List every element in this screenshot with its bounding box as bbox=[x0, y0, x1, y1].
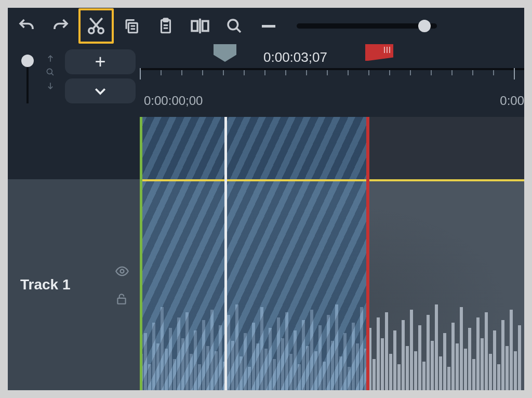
audio-level-line[interactable] bbox=[140, 179, 524, 181]
svg-rect-85 bbox=[418, 325, 421, 390]
svg-rect-82 bbox=[406, 346, 409, 390]
svg-rect-88 bbox=[431, 341, 434, 390]
ruler-row: + 0:00:03;07 bbox=[8, 44, 524, 117]
svg-rect-75 bbox=[377, 317, 380, 390]
svg-rect-86 bbox=[422, 362, 425, 390]
marker-red-line[interactable] bbox=[366, 117, 369, 390]
playhead-timecode: 0:00:03;07 bbox=[263, 49, 327, 65]
svg-rect-93 bbox=[451, 323, 455, 390]
svg-rect-105 bbox=[501, 320, 504, 390]
svg-rect-78 bbox=[389, 354, 392, 390]
zoom-slider[interactable] bbox=[297, 23, 437, 29]
svg-rect-80 bbox=[397, 364, 401, 390]
svg-rect-9 bbox=[192, 21, 197, 31]
svg-rect-84 bbox=[414, 351, 417, 390]
svg-rect-106 bbox=[506, 346, 509, 390]
svg-rect-97 bbox=[468, 328, 471, 390]
svg-rect-17 bbox=[117, 298, 125, 304]
marker-red[interactable] bbox=[365, 44, 393, 61]
zoom-slider-thumb[interactable] bbox=[418, 20, 431, 32]
magnify-icon bbox=[45, 67, 56, 77]
visibility-icon[interactable] bbox=[115, 264, 129, 278]
timeline-editor: + 0:00:03;07 bbox=[8, 8, 524, 390]
undo-button[interactable] bbox=[10, 11, 43, 41]
svg-rect-109 bbox=[518, 325, 521, 390]
toolbar bbox=[8, 8, 524, 44]
vertical-zoom-thumb[interactable] bbox=[21, 55, 34, 67]
svg-rect-99 bbox=[476, 317, 480, 390]
chevron-down-icon bbox=[92, 83, 108, 99]
paste-button[interactable] bbox=[149, 11, 182, 41]
svg-rect-101 bbox=[485, 312, 488, 390]
selection-region[interactable] bbox=[140, 117, 368, 390]
svg-point-16 bbox=[121, 270, 124, 273]
vertical-zoom-slider[interactable] bbox=[26, 67, 29, 103]
svg-rect-108 bbox=[514, 351, 517, 390]
svg-point-12 bbox=[228, 20, 238, 30]
svg-rect-81 bbox=[402, 320, 405, 390]
svg-rect-100 bbox=[481, 338, 484, 390]
svg-rect-74 bbox=[373, 359, 376, 390]
svg-line-15 bbox=[51, 73, 54, 75]
svg-rect-89 bbox=[435, 304, 438, 390]
svg-rect-76 bbox=[381, 338, 384, 390]
left-controls: + bbox=[8, 44, 140, 117]
svg-rect-94 bbox=[456, 343, 459, 390]
svg-rect-91 bbox=[443, 333, 446, 390]
arrow-down-icon bbox=[45, 81, 56, 91]
playhead-line[interactable] bbox=[224, 117, 227, 390]
track-lane[interactable] bbox=[140, 117, 524, 390]
lock-icon[interactable] bbox=[115, 292, 128, 306]
svg-rect-96 bbox=[464, 349, 467, 390]
ruler-start-time: 0:00:00;00 bbox=[144, 94, 203, 108]
playhead-indicator[interactable] bbox=[214, 44, 236, 62]
redo-button[interactable] bbox=[44, 11, 77, 41]
svg-rect-2 bbox=[128, 23, 137, 32]
expand-tracks-button[interactable] bbox=[65, 78, 136, 103]
svg-rect-92 bbox=[447, 367, 450, 390]
svg-point-0 bbox=[89, 28, 94, 33]
svg-rect-6 bbox=[164, 19, 168, 22]
time-ruler[interactable]: 0:00:03;07 0:00:00;00 0:00 bbox=[140, 44, 524, 117]
svg-rect-10 bbox=[203, 21, 208, 31]
zoom-button[interactable] bbox=[218, 11, 251, 41]
svg-rect-104 bbox=[497, 364, 500, 390]
svg-rect-83 bbox=[410, 310, 413, 390]
svg-point-1 bbox=[98, 28, 103, 33]
svg-rect-77 bbox=[385, 312, 388, 390]
track-name-label: Track 1 bbox=[20, 276, 71, 293]
svg-rect-102 bbox=[489, 354, 492, 390]
svg-rect-87 bbox=[427, 315, 430, 390]
svg-rect-79 bbox=[393, 330, 396, 390]
tracks-area: Track 1 bbox=[8, 117, 524, 390]
svg-line-13 bbox=[236, 28, 241, 32]
split-button[interactable] bbox=[183, 11, 217, 41]
minus-icon bbox=[262, 25, 275, 28]
svg-rect-98 bbox=[472, 359, 475, 390]
svg-rect-107 bbox=[510, 310, 513, 390]
arrow-up-icon bbox=[45, 54, 56, 64]
plus-icon: + bbox=[95, 52, 105, 71]
svg-rect-103 bbox=[493, 330, 496, 390]
ruler-baseline bbox=[140, 68, 524, 70]
add-track-button[interactable]: + bbox=[65, 49, 136, 74]
track-header[interactable]: Track 1 bbox=[8, 117, 140, 390]
cut-button[interactable] bbox=[78, 8, 114, 44]
copy-button[interactable] bbox=[115, 11, 148, 41]
svg-rect-95 bbox=[460, 307, 463, 390]
ruler-right-time: 0:00 bbox=[500, 94, 524, 108]
zoom-out-button[interactable] bbox=[252, 11, 285, 41]
vertical-zoom-icons bbox=[38, 44, 63, 117]
clip-start-edge[interactable] bbox=[140, 117, 142, 390]
svg-rect-90 bbox=[439, 356, 442, 390]
